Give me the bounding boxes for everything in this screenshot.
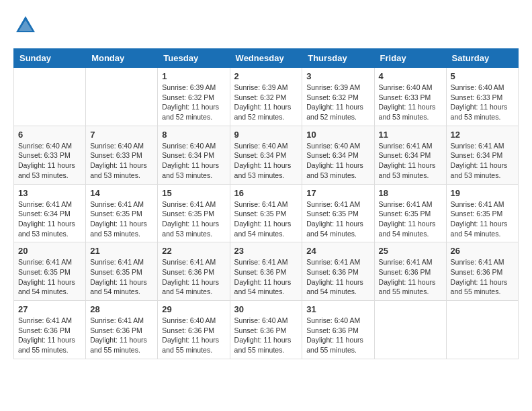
calendar-week-2: 6Sunrise: 6:40 AM Sunset: 6:33 PM Daylig… bbox=[14, 126, 519, 184]
day-number: 7 bbox=[90, 130, 153, 140]
day-info: Sunrise: 6:41 AM Sunset: 6:35 PM Dayligh… bbox=[90, 257, 153, 297]
calendar-cell: 28Sunrise: 6:41 AM Sunset: 6:36 PM Dayli… bbox=[86, 301, 158, 359]
day-number: 6 bbox=[18, 130, 81, 140]
day-info: Sunrise: 6:41 AM Sunset: 6:36 PM Dayligh… bbox=[451, 257, 514, 297]
calendar-cell: 5Sunrise: 6:40 AM Sunset: 6:33 PM Daylig… bbox=[446, 68, 518, 126]
day-number: 3 bbox=[306, 71, 369, 81]
calendar-cell: 6Sunrise: 6:40 AM Sunset: 6:33 PM Daylig… bbox=[14, 126, 86, 184]
day-info: Sunrise: 6:40 AM Sunset: 6:33 PM Dayligh… bbox=[451, 83, 514, 122]
calendar-cell: 20Sunrise: 6:41 AM Sunset: 6:35 PM Dayli… bbox=[14, 242, 86, 301]
day-number: 2 bbox=[234, 71, 298, 81]
day-number: 13 bbox=[18, 188, 81, 198]
day-info: Sunrise: 6:41 AM Sunset: 6:35 PM Dayligh… bbox=[306, 199, 369, 239]
day-number: 20 bbox=[18, 246, 81, 256]
day-number: 12 bbox=[451, 130, 514, 140]
calendar-cell: 29Sunrise: 6:40 AM Sunset: 6:36 PM Dayli… bbox=[158, 301, 230, 359]
calendar-cell: 21Sunrise: 6:41 AM Sunset: 6:35 PM Dayli… bbox=[86, 242, 158, 301]
calendar-cell: 4Sunrise: 6:40 AM Sunset: 6:33 PM Daylig… bbox=[374, 68, 446, 126]
day-info: Sunrise: 6:41 AM Sunset: 6:36 PM Dayligh… bbox=[306, 257, 369, 297]
day-header-friday: Friday bbox=[374, 49, 446, 68]
calendar-cell: 8Sunrise: 6:40 AM Sunset: 6:34 PM Daylig… bbox=[158, 126, 230, 184]
calendar-cell bbox=[446, 301, 518, 359]
calendar-cell: 14Sunrise: 6:41 AM Sunset: 6:35 PM Dayli… bbox=[86, 184, 158, 242]
calendar-cell: 26Sunrise: 6:41 AM Sunset: 6:36 PM Dayli… bbox=[446, 242, 518, 301]
day-info: Sunrise: 6:41 AM Sunset: 6:35 PM Dayligh… bbox=[234, 199, 298, 239]
calendar-week-4: 20Sunrise: 6:41 AM Sunset: 6:35 PM Dayli… bbox=[14, 242, 519, 301]
calendar-cell: 23Sunrise: 6:41 AM Sunset: 6:36 PM Dayli… bbox=[230, 242, 302, 301]
day-info: Sunrise: 6:41 AM Sunset: 6:35 PM Dayligh… bbox=[451, 199, 514, 239]
calendar-week-1: 1Sunrise: 6:39 AM Sunset: 6:32 PM Daylig… bbox=[14, 68, 519, 126]
calendar-cell: 15Sunrise: 6:41 AM Sunset: 6:35 PM Dayli… bbox=[158, 184, 230, 242]
calendar-cell: 19Sunrise: 6:41 AM Sunset: 6:35 PM Dayli… bbox=[446, 184, 518, 242]
day-info: Sunrise: 6:41 AM Sunset: 6:36 PM Dayligh… bbox=[162, 257, 225, 297]
day-number: 21 bbox=[90, 246, 153, 256]
day-info: Sunrise: 6:41 AM Sunset: 6:34 PM Dayligh… bbox=[451, 141, 514, 181]
calendar-cell bbox=[14, 68, 86, 126]
day-number: 15 bbox=[162, 188, 225, 198]
calendar-cell bbox=[374, 301, 446, 359]
day-info: Sunrise: 6:40 AM Sunset: 6:33 PM Dayligh… bbox=[18, 141, 81, 181]
day-info: Sunrise: 6:39 AM Sunset: 6:32 PM Dayligh… bbox=[306, 83, 369, 122]
calendar-cell: 13Sunrise: 6:41 AM Sunset: 6:34 PM Dayli… bbox=[14, 184, 86, 242]
day-header-sunday: Sunday bbox=[14, 49, 86, 68]
calendar-cell: 11Sunrise: 6:41 AM Sunset: 6:34 PM Dayli… bbox=[374, 126, 446, 184]
day-header-wednesday: Wednesday bbox=[230, 49, 302, 68]
calendar-cell bbox=[86, 68, 158, 126]
day-number: 23 bbox=[234, 246, 298, 256]
day-header-saturday: Saturday bbox=[446, 49, 518, 68]
day-info: Sunrise: 6:41 AM Sunset: 6:36 PM Dayligh… bbox=[379, 257, 442, 297]
day-info: Sunrise: 6:41 AM Sunset: 6:36 PM Dayligh… bbox=[90, 316, 153, 355]
day-info: Sunrise: 6:41 AM Sunset: 6:35 PM Dayligh… bbox=[162, 199, 225, 239]
calendar-cell: 16Sunrise: 6:41 AM Sunset: 6:35 PM Dayli… bbox=[230, 184, 302, 242]
day-number: 19 bbox=[451, 188, 514, 198]
calendar-cell: 10Sunrise: 6:40 AM Sunset: 6:34 PM Dayli… bbox=[302, 126, 374, 184]
day-info: Sunrise: 6:40 AM Sunset: 6:36 PM Dayligh… bbox=[306, 316, 369, 355]
calendar-cell: 7Sunrise: 6:40 AM Sunset: 6:33 PM Daylig… bbox=[86, 126, 158, 184]
day-header-monday: Monday bbox=[86, 49, 158, 68]
day-number: 18 bbox=[379, 188, 442, 198]
calendar-cell: 18Sunrise: 6:41 AM Sunset: 6:35 PM Dayli… bbox=[374, 184, 446, 242]
logo-icon bbox=[13, 13, 38, 38]
day-number: 5 bbox=[451, 71, 514, 81]
calendar-cell: 1Sunrise: 6:39 AM Sunset: 6:32 PM Daylig… bbox=[158, 68, 230, 126]
calendar-cell: 2Sunrise: 6:39 AM Sunset: 6:32 PM Daylig… bbox=[230, 68, 302, 126]
day-number: 26 bbox=[451, 246, 514, 256]
day-number: 22 bbox=[162, 246, 225, 256]
day-info: Sunrise: 6:41 AM Sunset: 6:35 PM Dayligh… bbox=[90, 199, 153, 239]
day-number: 25 bbox=[379, 246, 442, 256]
day-info: Sunrise: 6:40 AM Sunset: 6:33 PM Dayligh… bbox=[379, 83, 442, 122]
day-number: 24 bbox=[306, 246, 369, 256]
calendar-header-row: SundayMondayTuesdayWednesdayThursdayFrid… bbox=[14, 49, 519, 68]
day-number: 10 bbox=[306, 130, 369, 140]
day-info: Sunrise: 6:41 AM Sunset: 6:35 PM Dayligh… bbox=[18, 257, 81, 297]
logo bbox=[13, 13, 40, 38]
day-info: Sunrise: 6:40 AM Sunset: 6:36 PM Dayligh… bbox=[234, 316, 298, 355]
calendar-week-3: 13Sunrise: 6:41 AM Sunset: 6:34 PM Dayli… bbox=[14, 184, 519, 242]
day-info: Sunrise: 6:40 AM Sunset: 6:34 PM Dayligh… bbox=[162, 141, 225, 181]
day-number: 8 bbox=[162, 130, 225, 140]
page-header bbox=[13, 13, 519, 38]
day-number: 29 bbox=[162, 304, 225, 314]
day-header-tuesday: Tuesday bbox=[158, 49, 230, 68]
day-info: Sunrise: 6:41 AM Sunset: 6:34 PM Dayligh… bbox=[18, 199, 81, 239]
day-info: Sunrise: 6:41 AM Sunset: 6:35 PM Dayligh… bbox=[379, 199, 442, 239]
day-number: 4 bbox=[379, 71, 442, 81]
day-number: 17 bbox=[306, 188, 369, 198]
calendar-table: SundayMondayTuesdayWednesdayThursdayFrid… bbox=[13, 48, 519, 359]
day-number: 1 bbox=[162, 71, 225, 81]
day-info: Sunrise: 6:41 AM Sunset: 6:36 PM Dayligh… bbox=[234, 257, 298, 297]
day-number: 9 bbox=[234, 130, 298, 140]
day-number: 11 bbox=[379, 130, 442, 140]
day-info: Sunrise: 6:41 AM Sunset: 6:34 PM Dayligh… bbox=[379, 141, 442, 181]
day-number: 16 bbox=[234, 188, 298, 198]
day-header-thursday: Thursday bbox=[302, 49, 374, 68]
day-info: Sunrise: 6:41 AM Sunset: 6:36 PM Dayligh… bbox=[18, 316, 81, 355]
day-info: Sunrise: 6:40 AM Sunset: 6:34 PM Dayligh… bbox=[306, 141, 369, 181]
calendar-cell: 30Sunrise: 6:40 AM Sunset: 6:36 PM Dayli… bbox=[230, 301, 302, 359]
day-info: Sunrise: 6:40 AM Sunset: 6:34 PM Dayligh… bbox=[234, 141, 298, 181]
day-number: 27 bbox=[18, 304, 81, 314]
day-info: Sunrise: 6:39 AM Sunset: 6:32 PM Dayligh… bbox=[162, 83, 225, 122]
calendar-cell: 25Sunrise: 6:41 AM Sunset: 6:36 PM Dayli… bbox=[374, 242, 446, 301]
calendar-cell: 27Sunrise: 6:41 AM Sunset: 6:36 PM Dayli… bbox=[14, 301, 86, 359]
day-number: 31 bbox=[306, 304, 369, 314]
